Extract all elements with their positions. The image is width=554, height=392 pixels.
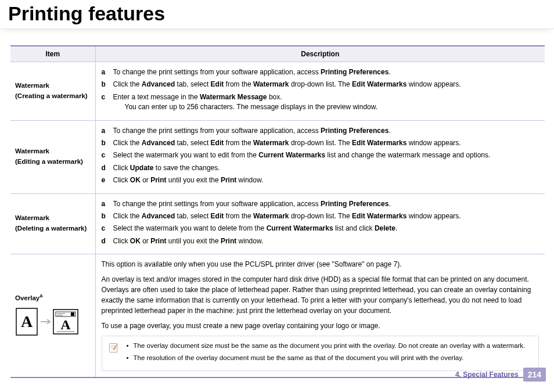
- text: Printing Preferences: [321, 127, 388, 135]
- text: You can enter up to 256 characters. The …: [125, 102, 378, 112]
- step-list: a To change the print settings from your…: [102, 125, 539, 188]
- text: Select the watermark you want to edit fr…: [113, 151, 259, 159]
- text: Select the watermark you want to delete …: [113, 224, 267, 232]
- text: window.: [236, 237, 263, 245]
- text: until you exit the: [167, 237, 221, 245]
- text: Update: [130, 164, 154, 172]
- desc-cell: a To change the print settings from your…: [95, 120, 545, 193]
- text: Advanced: [142, 139, 175, 147]
- text: Edit: [211, 80, 224, 88]
- letter: A: [21, 312, 33, 330]
- text: To change the print settings from your s…: [113, 127, 321, 135]
- text: An overlay is text and/or images stored …: [102, 274, 539, 316]
- overlay-figure-icon: A A: [15, 307, 89, 337]
- item-title: Watermark: [15, 214, 49, 221]
- text: Printing Preferences: [321, 68, 388, 76]
- text: list and change the watermark message an…: [325, 151, 490, 159]
- text: Click the: [113, 80, 142, 88]
- step-list: a To change the print settings from your…: [102, 199, 539, 249]
- text: Watermark: [253, 139, 289, 147]
- text: Current Watermarks: [267, 224, 333, 232]
- text: Edit Watermarks: [352, 139, 406, 147]
- note-icon: [108, 342, 120, 354]
- text: To change the print settings from your s…: [113, 68, 321, 76]
- note-text: The resolution of the overlay document m…: [134, 353, 464, 363]
- text: .: [388, 68, 390, 76]
- item-subtitle: (Editing a watermark): [15, 158, 89, 165]
- text: Printing Preferences: [321, 200, 388, 208]
- text: drop-down list. The: [289, 212, 352, 220]
- text: tab, select: [175, 139, 210, 147]
- features-table: Item Description Watermark (Creating a w…: [10, 45, 545, 378]
- svg-rect-5: [71, 312, 74, 316]
- chapter-label: 4. Special Features: [455, 371, 519, 379]
- header-desc: Description: [95, 46, 545, 62]
- page-number: 214: [523, 368, 546, 382]
- table-row: Watermark (Deleting a watermark) a To ch…: [10, 193, 545, 254]
- text: or: [141, 176, 150, 184]
- page-footer: 4. Special Features 214: [455, 368, 546, 382]
- text: Watermark: [253, 212, 289, 220]
- text: Click: [113, 176, 130, 184]
- svg-rect-8: [109, 344, 117, 353]
- item-title: Watermark: [15, 148, 49, 154]
- text: Print: [150, 176, 166, 184]
- text: To use a page overlay, you must create a…: [102, 321, 539, 331]
- text: This option is available only when you u…: [102, 259, 539, 269]
- text: Overlay: [15, 294, 39, 301]
- text: window appears.: [406, 139, 461, 147]
- text: Enter a text message in the: [113, 93, 200, 101]
- text: Advanced: [142, 212, 175, 220]
- text: .: [388, 200, 390, 208]
- table-row: Overlaya A A: [10, 254, 545, 377]
- note-text: The overlay document size must be the sa…: [134, 341, 526, 351]
- item-cell: Watermark (Editing a watermark): [10, 120, 95, 193]
- table-row: Watermark (Creating a watermark) a To ch…: [10, 62, 545, 121]
- item-cell: Watermark (Deleting a watermark): [10, 193, 95, 254]
- item-subtitle: (Deleting a watermark): [15, 225, 89, 232]
- item-subtitle: (Creating a watermark): [15, 92, 89, 99]
- text: Advanced: [142, 80, 175, 88]
- item-cell: Overlaya A A: [10, 254, 95, 377]
- item-cell: Watermark (Creating a watermark): [10, 62, 95, 121]
- text: Edit: [211, 212, 224, 220]
- footnote-marker: a: [39, 293, 42, 299]
- text: Edit: [211, 139, 224, 147]
- text: OK: [130, 237, 141, 245]
- text: Current Watermarks: [258, 151, 325, 159]
- text: window appears.: [406, 80, 461, 88]
- text: To change the print settings from your s…: [113, 200, 321, 208]
- text: Click the: [113, 139, 142, 147]
- text: tab, select: [175, 80, 210, 88]
- header-item: Item: [10, 46, 95, 62]
- desc-cell: This option is available only when you u…: [95, 254, 545, 377]
- text: Print: [221, 176, 236, 184]
- svg-text:A: A: [60, 317, 71, 332]
- text: Watermark Message: [200, 93, 267, 101]
- text: window.: [236, 176, 263, 184]
- item-title: Watermark: [15, 82, 49, 89]
- text: Edit Watermarks: [352, 80, 406, 88]
- text: .: [388, 127, 390, 135]
- step-list: a To change the print settings from your…: [102, 67, 539, 114]
- text: Print: [221, 237, 236, 245]
- text: until you exit the: [167, 176, 221, 184]
- text: .: [395, 224, 397, 232]
- text: window appears.: [406, 212, 461, 220]
- text: list and click: [333, 224, 375, 232]
- item-title: Overlaya: [15, 294, 42, 301]
- text: Delete: [375, 224, 395, 232]
- table-row: Watermark (Editing a watermark) a To cha…: [10, 120, 545, 193]
- desc-cell: a To change the print settings from your…: [95, 193, 545, 254]
- text: Watermark: [253, 80, 289, 88]
- text: Click: [113, 237, 130, 245]
- text: from the: [224, 80, 253, 88]
- text: to save the changes.: [154, 164, 220, 172]
- text: Click the: [113, 212, 142, 220]
- note-box: The overlay document size must be the sa…: [102, 336, 539, 371]
- text: Edit Watermarks: [352, 212, 406, 220]
- text: drop-down list. The: [289, 80, 352, 88]
- page-title: Printing features: [0, 0, 554, 29]
- desc-cell: a To change the print settings from your…: [95, 62, 545, 121]
- text: or: [141, 237, 150, 245]
